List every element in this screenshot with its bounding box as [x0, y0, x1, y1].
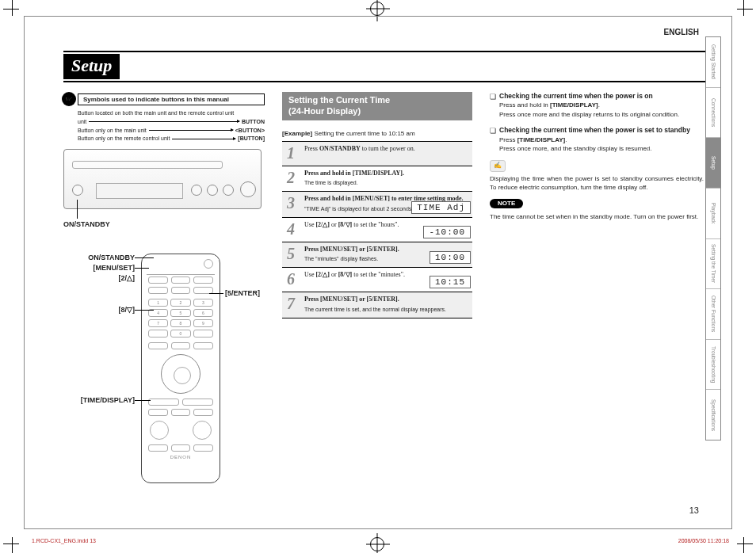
crop-mark: [3, 9, 19, 10]
step-4: 4Use [2/△] or [8/▽] to set the "hours".-…: [282, 217, 472, 242]
remote-label-time-display: [TIME/DISPLAY]: [81, 396, 135, 404]
step-1: 1Press ON/STANDBY to turn the power on.: [282, 141, 472, 166]
section-title-line2: (24-Hour Display): [288, 106, 361, 116]
legend-remote-mark: [BUTTON]: [238, 135, 265, 143]
step-5: 5Press [MENU/SET] or [5/ENTER].The "minu…: [282, 242, 472, 267]
footer: 1.RCD-CX1_ENG.indd 13 2008/05/30 11:20:1…: [32, 538, 729, 543]
crop-mark: [12, 537, 13, 553]
symbols-heading: Symbols used to indicate buttons in this…: [78, 93, 265, 105]
symbols-legend: Button located on both the main unit and…: [78, 109, 265, 143]
main-unit-illustration: [63, 149, 262, 209]
crop-mark: [743, 537, 744, 553]
step-number: 3: [282, 195, 300, 212]
step-number: 4: [282, 221, 300, 237]
right-column: Checking the current time when the power…: [490, 92, 704, 225]
legend-remote-text: Button only on the remote control unit: [78, 135, 170, 143]
registration-top: [370, 2, 384, 16]
page-title: Setup: [63, 54, 120, 79]
crop-mark: [12, 0, 13, 16]
page-number: 13: [689, 505, 699, 515]
side-tabs: Getting StartedConnectionsSetupPlaybackS…: [705, 36, 721, 440]
step-body: Press [MENU/SET] or [5/ENTER].The curren…: [304, 296, 472, 312]
display-readout: TIME Adj: [411, 201, 471, 214]
side-tab[interactable]: Connections: [706, 88, 720, 139]
check-standby: Checking the current time when the power…: [490, 126, 704, 154]
title-bar: Setup: [63, 51, 705, 82]
crop-mark: [3, 543, 19, 544]
side-tab[interactable]: Troubleshooting: [706, 340, 720, 391]
crop-mark: [737, 9, 753, 10]
legend-main-text: Button only on the main unit: [78, 127, 147, 135]
footer-right: 2008/05/30 11:20:18: [678, 538, 729, 543]
section-heading: Setting the Current Time (24-Hour Displa…: [282, 92, 472, 120]
unit-button-label: ON/STANDBY: [63, 220, 110, 228]
step-body: Press and hold in [TIME/DISPLAY].The tim…: [304, 170, 472, 186]
note-pill: NOTE: [490, 199, 523, 209]
step-number: 6: [282, 271, 300, 287]
example-text: Setting the current time to 10:15 am: [314, 130, 414, 137]
step-number: 1: [282, 145, 300, 161]
crop-mark: [737, 543, 753, 544]
remote-label-five-enter: [5/ENTER]: [225, 289, 260, 297]
step-2: 2Press and hold in [TIME/DISPLAY].The ti…: [282, 166, 472, 191]
step-body: Press ON/STANDBY to turn the power on.: [304, 145, 472, 161]
leader-line: [77, 200, 78, 219]
step-6: 6Use [2/△] or [8/▽] to set the "minutes"…: [282, 267, 472, 292]
step-number: 2: [282, 170, 300, 186]
remote-illustration: 123 456 789 0 DENON: [141, 254, 220, 483]
standby-paragraph: Displaying the time when the power is se…: [490, 175, 704, 193]
section-title-line1: Setting the Current Time: [288, 95, 390, 105]
side-tab[interactable]: Playback: [706, 189, 720, 239]
crop-mark: [743, 0, 744, 16]
display-readout: 10:00: [430, 251, 471, 264]
check1-heading: Checking the current time when the power…: [499, 92, 704, 101]
display-readout: 10:15: [430, 276, 471, 288]
check-power-on: Checking the current time when the power…: [490, 92, 704, 120]
example-label: [Example]: [282, 130, 312, 137]
language-label: ENGLISH: [664, 28, 699, 36]
check1-line2: Press once more and the display returns …: [499, 111, 704, 120]
check1-line1: Press and hold in [TIME/DISPLAY].: [499, 101, 704, 110]
display-readout: -10:00: [423, 226, 471, 238]
side-tab[interactable]: Setting the Timer: [706, 239, 720, 290]
hand-icon: ✍: [490, 160, 506, 172]
side-tab[interactable]: Specifications: [706, 390, 720, 440]
footer-left: 1.RCD-CX1_ENG.indd 13: [32, 538, 96, 543]
step-number: 7: [282, 296, 300, 312]
step-7: 7Press [MENU/SET] or [5/ENTER].The curre…: [282, 292, 472, 318]
remote-label-on-standby: ON/STANDBY: [88, 254, 135, 261]
steps-list: 1Press ON/STANDBY to turn the power on.2…: [282, 141, 472, 318]
side-tab[interactable]: Setup: [706, 138, 720, 189]
check2-line2: Press once more, and the standby display…: [499, 145, 704, 154]
legend-main-mark: <BUTTON>: [235, 127, 265, 135]
side-tab[interactable]: Other Functions: [706, 289, 720, 340]
info-icon: [62, 92, 76, 106]
step-3: 3Press and hold in [MENU/SET] to enter t…: [282, 191, 472, 216]
remote-label-two-up: [2/△]: [119, 274, 136, 282]
side-tab[interactable]: Getting Started: [706, 37, 720, 88]
remote-logo: DENON: [142, 455, 220, 460]
check2-line1: Press [TIME/DISPLAY].: [499, 136, 704, 145]
remote-label-menu-set: [MENU/SET]: [94, 264, 136, 272]
legend-both-mark: BUTTON: [242, 118, 265, 126]
note-text: The time cannot be set when in the stand…: [490, 213, 704, 222]
check2-heading: Checking the current time when the power…: [499, 126, 704, 135]
example-line: [Example] Setting the current time to 10…: [282, 130, 415, 137]
step-number: 5: [282, 246, 300, 262]
remote-label-eight-down: [8/▽]: [119, 306, 136, 314]
legend-both-text: Button located on both the main unit and…: [78, 109, 234, 117]
